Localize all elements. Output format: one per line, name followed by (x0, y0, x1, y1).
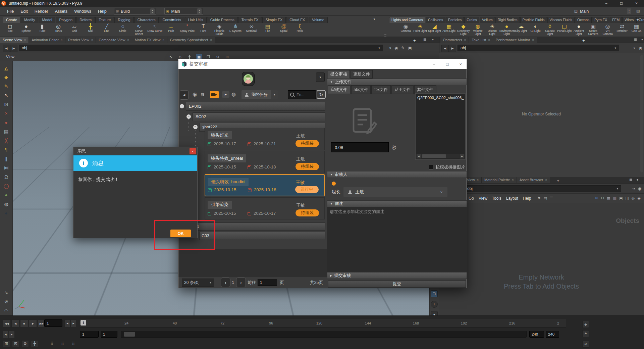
shot-camera-icon[interactable] (210, 91, 219, 98)
shelf-tool[interactable]: ▣ Stereo Camera (586, 23, 600, 36)
message-close-button[interactable] (190, 148, 196, 154)
minimize-icon[interactable] (599, 0, 614, 7)
shelf-add-tab-button[interactable] (170, 17, 176, 23)
shelf-tab[interactable]: Guide Process (207, 17, 238, 23)
range-slider-right-icon[interactable] (9, 331, 15, 338)
task-card[interactable]: 镜头特效_unreal 王敏 2025-10-15 2025-10-18 待组装 (205, 151, 325, 173)
shelf-tab[interactable]: Pyro FX (592, 17, 609, 23)
path-tool-icon[interactable]: ⇥ (388, 46, 391, 50)
path-tool-icon[interactable]: ◉ (639, 46, 642, 50)
shelf-tab[interactable]: Vellum (480, 17, 495, 23)
tab-close-icon[interactable] (61, 38, 62, 42)
search-input[interactable] (296, 92, 314, 97)
network-menu-item[interactable]: Go (466, 196, 476, 201)
shelf-tool[interactable]: ◊ Caustic Light (543, 23, 557, 36)
shelf-tab[interactable]: Modify (21, 17, 38, 23)
shelf-tool[interactable]: ◎ Torus (50, 23, 66, 33)
pane-tab[interactable]: Animation Editor (29, 37, 65, 43)
main-spinner[interactable] (197, 8, 202, 14)
task-card[interactable]: 引擎渲染 王敏 2025-10-15 2025-10-17 待组装 (205, 197, 325, 219)
shelf-tool[interactable]: ⋔ L-System (227, 23, 244, 33)
range-slider-handle[interactable] (124, 332, 135, 337)
shelf-tool[interactable]: ▱ Grid (66, 23, 83, 33)
path-dropdown-icon[interactable] (616, 187, 618, 190)
range-subend-field[interactable] (546, 331, 559, 338)
shelf-tool[interactable]: ⇄ Switcher (615, 23, 629, 33)
viewport-toolbar-icon[interactable]: ↖ (168, 54, 174, 60)
file-type-tab[interactable]: 审核文件 (328, 85, 351, 94)
shelf-tab[interactable]: Polygon (56, 17, 76, 23)
shelf-tool[interactable]: ☀ Point Light (413, 23, 427, 33)
shelf-tab[interactable]: Terrain FX (238, 17, 262, 23)
network-menu-item[interactable]: Help (521, 196, 534, 201)
back-button[interactable] (180, 90, 189, 100)
dialog-tab[interactable]: 更新文件 (351, 70, 373, 79)
path-field[interactable]: obj (19, 45, 383, 51)
left-toolbar-icon[interactable]: ● (2, 191, 11, 199)
maximize-icon[interactable] (614, 0, 629, 7)
shelf-tab[interactable]: Model (39, 17, 55, 23)
horizontal-scrollbar[interactable]: ◀ ▶ (416, 154, 465, 159)
range-end-field[interactable] (529, 331, 544, 338)
right-main-dropdown[interactable]: ⊡ Main (573, 8, 633, 15)
shelf-tool[interactable]: ◉ Camera (398, 23, 413, 33)
tab-close-icon[interactable] (163, 38, 164, 42)
path-tool-icon[interactable]: ◉ (638, 186, 641, 191)
range-substart-field[interactable] (101, 331, 117, 338)
pane-tab[interactable]: Parameters (440, 37, 469, 43)
shelf-add-tab-button[interactable] (635, 17, 641, 23)
build-spinner[interactable] (150, 8, 155, 14)
shelf-tab[interactable]: Hair Utils (185, 17, 207, 23)
video-icon[interactable]: ▶ (222, 91, 229, 98)
shelf-tool[interactable]: ▢ Portal Light (557, 23, 572, 33)
shelf-tool[interactable]: ξ Helix (292, 23, 308, 33)
shelf-tool[interactable]: ∿ Curve Bezier (131, 23, 147, 36)
range-slider-left-icon[interactable] (3, 331, 9, 338)
add-pane-tab-button[interactable] (413, 38, 416, 43)
shelf-tab[interactable]: Viscous Fluids (547, 17, 575, 23)
transport-button[interactable]: ▶ (29, 319, 37, 328)
avatar-dropdown-button[interactable] (316, 72, 325, 82)
shelf-tab[interactable]: Volume (309, 17, 328, 23)
left-toolbar-icon[interactable]: × (2, 109, 11, 118)
network-menu-item[interactable]: View (476, 196, 490, 201)
description-textarea[interactable] (327, 207, 467, 272)
left-toolbar-icon[interactable]: ◆ (2, 73, 11, 82)
dialog-minimize-icon[interactable] (433, 62, 435, 67)
tab-close-icon[interactable] (464, 38, 466, 42)
pane-splitter[interactable] (439, 37, 439, 43)
nav-forward-button[interactable] (449, 45, 456, 52)
shelf-tool[interactable]: ◻ Box (2, 23, 18, 33)
message-titlebar[interactable]: 消息 (73, 147, 197, 155)
path-tool-icon[interactable]: ▣ (408, 46, 412, 50)
shelf-tool[interactable]: ◢ Spot Light (427, 23, 442, 33)
network-tool-icon[interactable]: ▥ (613, 196, 616, 200)
menu-item[interactable]: Help (95, 9, 110, 14)
left-toolbar-icon[interactable]: ● (2, 118, 11, 127)
right-main-spinner[interactable] (627, 8, 631, 14)
network-tool-icon[interactable]: ▦ (607, 196, 610, 200)
shelf-tool[interactable]: ☀ Distant Light (485, 23, 499, 36)
shelf-tool[interactable]: ○ Circle (115, 23, 131, 33)
shelf-tool[interactable]: ● Ambient Light (572, 23, 586, 36)
pane-tab[interactable]: Material Palette (482, 177, 517, 183)
frame-step-back-button[interactable] (64, 319, 70, 328)
pane-menu-icon[interactable] (423, 38, 426, 41)
menu-item[interactable]: Assets (52, 9, 71, 14)
file-type-tab[interactable]: 其他文件 (414, 85, 436, 94)
path-tool-icon[interactable]: ◉ (394, 46, 398, 50)
shelf-tab[interactable]: Particles (446, 17, 464, 23)
add-pane-tab-button[interactable] (557, 178, 559, 183)
frame-step-forward-button[interactable] (70, 319, 76, 328)
key-icon[interactable]: ⊘ (582, 341, 589, 348)
left-toolbar-icon[interactable]: ▤ (2, 127, 11, 136)
playbar-option-icon[interactable]: ⚙ (21, 340, 29, 347)
tab-close-icon[interactable] (545, 178, 547, 182)
shelf-tab[interactable]: Simple FX (262, 17, 286, 23)
shelf-tab[interactable]: Deform (76, 17, 95, 23)
tab-close-icon[interactable] (532, 38, 534, 42)
file-type-tab[interactable]: fbx文件 (371, 85, 391, 94)
left-toolbar-icon[interactable]: ¶ (2, 145, 11, 154)
nav-forward-button[interactable] (10, 45, 17, 52)
project-icon[interactable]: ◉ (193, 91, 197, 97)
